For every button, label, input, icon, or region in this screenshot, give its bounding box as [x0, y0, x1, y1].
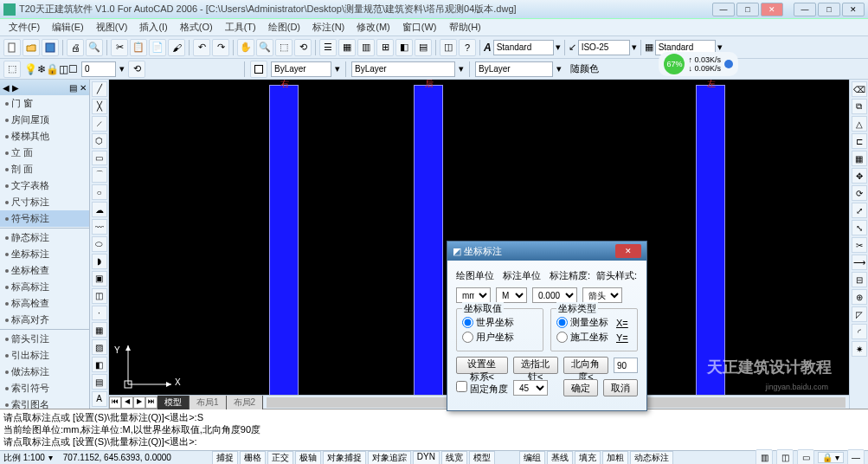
chamfer-tool[interactable]: ◸	[852, 306, 867, 322]
tab-last[interactable]: ⏭	[145, 396, 158, 409]
redo-button[interactable]: ↷	[212, 39, 229, 56]
menu-item[interactable]: 编辑(E)	[47, 19, 89, 35]
sidebar-item[interactable]: 尺寸标注	[0, 194, 89, 210]
status-toggle[interactable]: 正交	[267, 451, 293, 465]
menu-item[interactable]: 修改(M)	[351, 19, 395, 35]
status-toggle[interactable]: 动态标注	[630, 451, 673, 465]
doc-close-button[interactable]: ✕	[842, 3, 865, 16]
tab-model[interactable]: 模型	[158, 396, 190, 409]
radio-world[interactable]: 世界坐标	[462, 316, 537, 329]
dim-style-input[interactable]	[578, 40, 630, 55]
status-lock[interactable]: 🔒 ▾	[818, 452, 844, 463]
radio-user[interactable]: 用户坐标	[462, 331, 537, 344]
sidebar-item[interactable]: 箭头引注	[0, 331, 89, 347]
dialog-close-button[interactable]: ✕	[615, 244, 641, 258]
sidebar-item[interactable]: 坐标检查	[0, 262, 89, 279]
fillet-tool[interactable]: ◜	[852, 324, 867, 339]
select-fixed-angle[interactable]: 45	[513, 380, 548, 396]
select-arrow[interactable]: 箭头	[582, 287, 622, 303]
extend-tool[interactable]: ⟶	[852, 255, 867, 270]
radio-construct[interactable]: 施工坐标 Y=	[556, 331, 632, 344]
spline-tool[interactable]: 〰	[92, 219, 107, 235]
xline-tool[interactable]: ╳	[92, 99, 107, 114]
menu-item[interactable]: 帮助(H)	[444, 19, 486, 35]
menu-item[interactable]: 格式(O)	[175, 19, 218, 35]
text-style-input[interactable]	[493, 40, 554, 55]
join-tool[interactable]: ⊕	[852, 289, 867, 305]
break-tool[interactable]: ⊟	[852, 272, 867, 287]
designcenter-button[interactable]: ▦	[338, 39, 356, 56]
color-swatch[interactable]	[250, 61, 267, 78]
sidebar-item[interactable]: 门 窗	[0, 95, 89, 112]
sidebar-item[interactable]: 引出标注	[0, 347, 89, 364]
polygon-tool[interactable]: ⬡	[92, 133, 107, 149]
mirror-tool[interactable]: △	[852, 116, 867, 132]
save-button[interactable]	[42, 39, 59, 56]
status-toggle[interactable]: 填充	[575, 451, 601, 465]
toolpalette-button[interactable]: ▥	[357, 39, 375, 56]
open-button[interactable]	[23, 39, 40, 56]
menu-item[interactable]: 文件(F)	[3, 19, 45, 35]
sidebar-item[interactable]: 索引图名	[0, 396, 89, 409]
menu-item[interactable]: 视图(V)	[91, 19, 133, 35]
btn-cancel[interactable]: 取消	[603, 379, 638, 396]
maximize-button[interactable]: □	[736, 3, 759, 16]
scale-label[interactable]: 比例 1:100	[3, 452, 45, 464]
arc-tool[interactable]: ⌒	[92, 167, 107, 183]
sidebar-item[interactable]: 文字表格	[0, 177, 89, 194]
sidebar-item-selected[interactable]: 符号标注	[0, 210, 89, 227]
menu-item[interactable]: 工具(T)	[220, 19, 261, 35]
status-icon2[interactable]: ◫	[776, 449, 794, 465]
status-toggle[interactable]: DYN	[413, 451, 440, 465]
block-tool[interactable]: ◫	[92, 288, 107, 304]
select-precision[interactable]: 0.000	[532, 287, 577, 303]
status-toggle[interactable]: 对象捕捉	[323, 451, 366, 465]
drawing-canvas[interactable]: 右 后 左 X Y ⏮ ◀ ▶ ⏭ 模型 布局1 布局2 ◩ 坐标标注 ✕	[109, 80, 849, 409]
tab-first[interactable]: ⏮	[109, 396, 121, 409]
layers-icon[interactable]: ⬚	[3, 61, 21, 78]
btn-north-angle[interactable]: 北向角度<	[563, 357, 608, 374]
ellipse-tool[interactable]: ⬭	[92, 236, 107, 252]
offset-tool[interactable]: ⊏	[852, 133, 867, 149]
sidebar-item[interactable]: 房间屋顶	[0, 112, 89, 128]
rect-tool[interactable]: ▭	[92, 151, 107, 166]
calc-button[interactable]: ▤	[415, 39, 432, 56]
menu-item[interactable]: 插入(I)	[134, 19, 172, 35]
input-angle[interactable]	[614, 358, 638, 373]
color-input[interactable]	[271, 61, 331, 77]
scale-tool[interactable]: ⤢	[852, 203, 867, 218]
preview-button[interactable]: 🔍	[86, 39, 103, 56]
layer-prev-icon[interactable]: ⟲	[128, 61, 145, 78]
new-button[interactable]	[3, 39, 21, 56]
array-tool[interactable]: ▦	[852, 151, 867, 166]
sidebar-item[interactable]: 标高标注	[0, 279, 89, 295]
doc-minimize-button[interactable]: —	[794, 3, 816, 16]
lineweight-input[interactable]	[475, 61, 553, 77]
sheet-button[interactable]: ⊞	[376, 39, 394, 56]
status-min[interactable]: —	[847, 449, 865, 465]
btn-north[interactable]: 选指北针<	[513, 357, 558, 374]
status-toggle[interactable]: 模型	[469, 451, 495, 465]
chk-fixed-angle[interactable]: 固定角度	[456, 381, 508, 396]
match-button[interactable]: 🖌	[168, 39, 185, 56]
cut-button[interactable]: ✂	[111, 39, 128, 56]
pline-tool[interactable]: ⟋	[92, 116, 107, 132]
sidebar-item[interactable]: 楼梯其他	[0, 128, 89, 145]
undo-button[interactable]: ↶	[193, 39, 210, 56]
ellipsearc-tool[interactable]: ◗	[92, 254, 107, 269]
mtext-tool[interactable]: A	[92, 391, 107, 407]
sidebar-item[interactable]: 坐标标注	[0, 246, 89, 262]
select-mark-unit[interactable]: M	[496, 287, 527, 303]
layer-input[interactable]	[81, 61, 116, 77]
sidebar-item[interactable]: 标高检查	[0, 295, 89, 312]
btn-set-coord[interactable]: 设置坐标系<	[456, 357, 508, 374]
help-button[interactable]: ?	[459, 39, 476, 56]
sidebar-item[interactable]: 索引符号	[0, 380, 89, 396]
explode-tool[interactable]: ✷	[852, 341, 867, 357]
menu-item[interactable]: 标注(N)	[307, 19, 350, 35]
pan-button[interactable]: ✋	[237, 39, 254, 56]
line-tool[interactable]: ╱	[92, 81, 107, 97]
doc-maximize-button[interactable]: □	[818, 3, 840, 16]
linetype-input[interactable]	[351, 61, 455, 77]
move-tool[interactable]: ✥	[852, 168, 867, 184]
